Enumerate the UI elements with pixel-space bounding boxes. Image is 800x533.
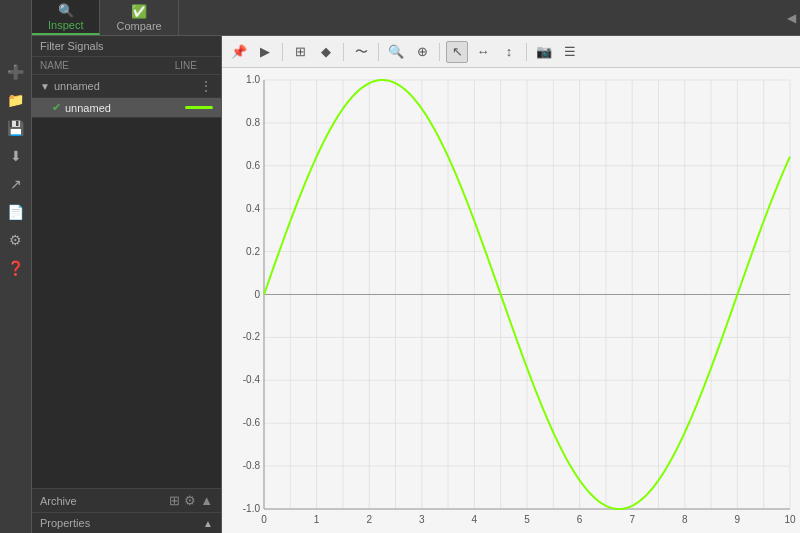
filter-signals-label: Filter Signals — [32, 36, 221, 57]
signal-group-unnamed[interactable]: ▼ unnamed ⋮ — [32, 75, 221, 98]
tab-inspect-label: Inspect — [48, 19, 83, 31]
toolbar-sep-3 — [378, 43, 379, 61]
chart-zoom-button[interactable]: 🔍 — [385, 41, 407, 63]
chart-expand-v-button[interactable]: ↕ — [498, 41, 520, 63]
left-toolbar: ➕ 📁 💾 ⬇ ↗ 📄 ⚙ ❓ — [0, 0, 32, 533]
signal-panel-spacer — [32, 118, 221, 488]
tab-compare-label: Compare — [116, 20, 161, 32]
chart-toolbar: 📌 ▶ ⊞ ◆ 〜 🔍 ⊕ ↖ ↔ ↕ 📷 ☰ — [222, 36, 800, 68]
chart-diamond-button[interactable]: ◆ — [315, 41, 337, 63]
compare-icon: ✅ — [131, 4, 147, 19]
panel-collapse-arrow[interactable]: ◀ — [787, 11, 800, 25]
group-arrow-icon: ▼ — [40, 81, 50, 92]
archive-icons: ⊞ ⚙ ▲ — [169, 493, 213, 508]
tabs-row: 🔍 Inspect ✅ Compare ◀ — [32, 0, 800, 36]
chart-wave-button[interactable]: 〜 — [350, 41, 372, 63]
folder-button[interactable]: 📁 — [4, 88, 28, 112]
col-name-header: NAME — [40, 60, 157, 71]
group-menu-icon[interactable]: ⋮ — [199, 78, 213, 94]
share-button[interactable]: ↗ — [4, 172, 28, 196]
toolbar-sep-4 — [439, 43, 440, 61]
save-button[interactable]: 💾 — [4, 116, 28, 140]
archive-grid-icon[interactable]: ⊞ — [169, 493, 180, 508]
archive-settings-icon[interactable]: ⚙ — [184, 493, 196, 508]
signal-item-unnamed[interactable]: ✔ unnamed — [32, 98, 221, 118]
chart-area: 📌 ▶ ⊞ ◆ 〜 🔍 ⊕ ↖ ↔ ↕ 📷 ☰ — [222, 36, 800, 533]
chart-crosshair-button[interactable]: ⊕ — [411, 41, 433, 63]
archive-row: Archive ⊞ ⚙ ▲ — [32, 488, 221, 512]
properties-row[interactable]: Properties ▲ — [32, 512, 221, 533]
doc-button[interactable]: 📄 — [4, 200, 28, 224]
sine-wave-chart[interactable] — [222, 68, 800, 533]
signal-panel: Filter Signals NAME LINE ▼ unnamed ⋮ ✔ u… — [32, 36, 222, 533]
add-signal-button[interactable]: ➕ — [4, 60, 28, 84]
download-button[interactable]: ⬇ — [4, 144, 28, 168]
archive-arrow-icon[interactable]: ▲ — [200, 493, 213, 508]
chart-pin-button[interactable]: 📌 — [228, 41, 250, 63]
content-row: Filter Signals NAME LINE ▼ unnamed ⋮ ✔ u… — [32, 36, 800, 533]
help-button[interactable]: ❓ — [4, 256, 28, 280]
col-menu-header — [197, 60, 213, 71]
signal-check-icon[interactable]: ✔ — [52, 101, 61, 114]
group-name-label: unnamed — [54, 80, 199, 92]
col-line-header: LINE — [157, 60, 197, 71]
toolbar-sep-5 — [526, 43, 527, 61]
signal-line-preview — [173, 106, 213, 109]
archive-label: Archive — [40, 495, 169, 507]
signal-line-color-bar — [185, 106, 213, 109]
chart-cursor-button[interactable]: ↖ — [446, 41, 468, 63]
settings-button[interactable]: ⚙ — [4, 228, 28, 252]
chart-expand-h-button[interactable]: ↔ — [472, 41, 494, 63]
toolbar-sep-1 — [282, 43, 283, 61]
chart-play-button[interactable]: ▶ — [254, 41, 276, 63]
chart-grid-button[interactable]: ⊞ — [289, 41, 311, 63]
toolbar-sep-2 — [343, 43, 344, 61]
inspect-icon: 🔍 — [58, 3, 74, 18]
chart-camera-button[interactable]: 📷 — [533, 41, 555, 63]
signal-name-label: unnamed — [65, 102, 173, 114]
properties-label: Properties — [40, 517, 203, 529]
chart-canvas-wrapper[interactable] — [222, 68, 800, 533]
main-area: 🔍 Inspect ✅ Compare ◀ Filter Signals NAM… — [32, 0, 800, 533]
properties-arrow-icon: ▲ — [203, 518, 213, 529]
chart-menu-button[interactable]: ☰ — [559, 41, 581, 63]
signal-table-header: NAME LINE — [32, 57, 221, 75]
tab-inspect[interactable]: 🔍 Inspect — [32, 0, 100, 35]
tab-compare[interactable]: ✅ Compare — [100, 0, 178, 35]
